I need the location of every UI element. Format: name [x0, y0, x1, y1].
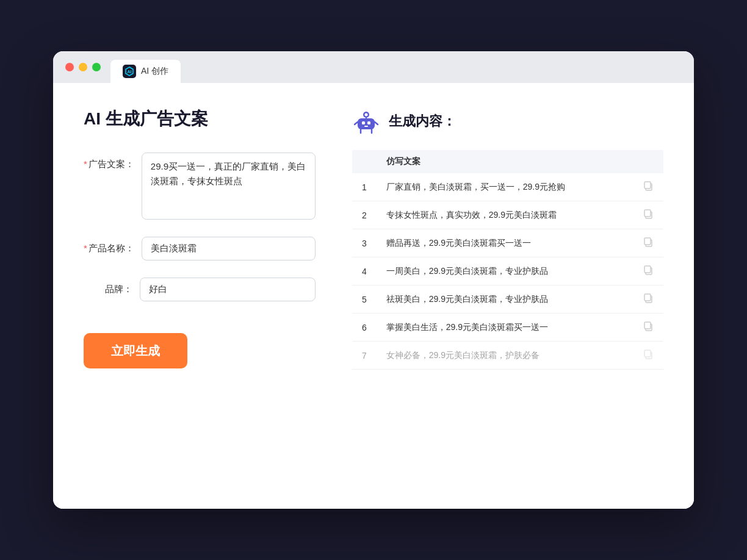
col-action — [625, 150, 663, 173]
row-number: 3 — [352, 229, 377, 257]
col-num — [352, 150, 377, 173]
traffic-lights — [65, 63, 101, 71]
svg-rect-14 — [644, 182, 651, 188]
row-text: 女神必备，29.9元美白淡斑霜，护肤必备 — [377, 342, 626, 370]
close-button[interactable] — [65, 63, 74, 71]
svg-rect-18 — [644, 238, 651, 245]
row-number: 4 — [352, 257, 377, 285]
required-star: * — [84, 159, 87, 169]
copy-button[interactable] — [625, 201, 663, 229]
form-group-ad-copy: *广告文案： 29.9买一送一，真正的厂家直销，美白淡斑霜，专抹女性斑点 — [84, 153, 316, 220]
svg-rect-4 — [362, 121, 365, 124]
result-header: 生成内容： — [352, 107, 663, 135]
generate-button[interactable]: 立即生成 — [84, 333, 187, 368]
svg-text:AI: AI — [128, 70, 132, 74]
form-group-product-name: *产品名称： — [84, 237, 316, 260]
svg-rect-24 — [644, 322, 651, 329]
browser-window: AI AI 创作 AI 生成广告文案 *广告文案： 29.9买一送一，真正的厂家… — [53, 51, 694, 509]
left-panel: AI 生成广告文案 *广告文案： 29.9买一送一，真正的厂家直销，美白淡斑霜，… — [84, 107, 316, 484]
copy-button[interactable] — [625, 229, 663, 257]
form-group-brand: 品牌： — [84, 278, 316, 301]
svg-rect-16 — [644, 210, 651, 217]
row-text: 厂家直销，美白淡斑霜，买一送一，29.9元抢购 — [377, 173, 626, 201]
svg-rect-22 — [644, 294, 651, 301]
tab-icon: AI — [123, 65, 136, 78]
required-star-2: * — [84, 243, 87, 253]
result-table: 仿写文案 1厂家直销，美白淡斑霜，买一送一，29.9元抢购2专抹女性斑点，真实功… — [352, 150, 663, 370]
tab-ai-creation[interactable]: AI AI 创作 — [110, 60, 181, 83]
row-number: 1 — [352, 173, 377, 201]
table-row: 1厂家直销，美白淡斑霜，买一送一，29.9元抢购 — [352, 173, 663, 201]
svg-point-12 — [365, 113, 368, 117]
row-number: 6 — [352, 314, 377, 342]
table-row: 7女神必备，29.9元美白淡斑霜，护肤必备 — [352, 342, 663, 370]
row-text: 一周美白，29.9元美白淡斑霜，专业护肤品 — [377, 257, 626, 285]
content-area: AI 生成广告文案 *广告文案： 29.9买一送一，真正的厂家直销，美白淡斑霜，… — [53, 83, 694, 509]
table-row: 5祛斑美白，29.9元美白淡斑霜，专业护肤品 — [352, 285, 663, 314]
maximize-button[interactable] — [92, 63, 101, 71]
copy-button[interactable] — [625, 285, 663, 314]
copy-button[interactable] — [625, 257, 663, 285]
row-text: 祛斑美白，29.9元美白淡斑霜，专业护肤品 — [377, 285, 626, 314]
copy-button[interactable] — [625, 314, 663, 342]
table-header-row: 仿写文案 — [352, 150, 663, 173]
ad-copy-input[interactable]: 29.9买一送一，真正的厂家直销，美白淡斑霜，专抹女性斑点 — [142, 153, 316, 220]
copy-button[interactable] — [625, 173, 663, 201]
product-name-input[interactable] — [142, 237, 316, 260]
result-title: 生成内容： — [389, 112, 456, 131]
table-row: 4一周美白，29.9元美白淡斑霜，专业护肤品 — [352, 257, 663, 285]
svg-rect-20 — [644, 266, 651, 273]
label-ad-copy: *广告文案： — [84, 153, 134, 170]
page-title: AI 生成广告文案 — [84, 107, 316, 131]
tab-label: AI 创作 — [141, 66, 168, 77]
svg-rect-5 — [367, 121, 370, 124]
titlebar: AI AI 创作 — [53, 51, 694, 83]
table-row: 6掌握美白生活，29.9元美白淡斑霜买一送一 — [352, 314, 663, 342]
row-text: 赠品再送，29.9元美白淡斑霜买一送一 — [377, 229, 626, 257]
minimize-button[interactable] — [79, 63, 87, 71]
row-text: 掌握美白生活，29.9元美白淡斑霜买一送一 — [377, 314, 626, 342]
row-number: 2 — [352, 201, 377, 229]
svg-line-8 — [355, 122, 358, 124]
col-copy: 仿写文案 — [377, 150, 626, 173]
brand-input[interactable] — [140, 278, 316, 301]
svg-rect-26 — [644, 350, 651, 357]
row-text: 专抹女性斑点，真实功效，29.9元美白淡斑霜 — [377, 201, 626, 229]
row-number: 7 — [352, 342, 377, 370]
svg-line-9 — [375, 122, 378, 124]
label-brand: 品牌： — [84, 278, 132, 295]
robot-icon — [352, 107, 380, 135]
right-panel: 生成内容： 仿写文案 1厂家直销，美白淡斑霜，买一送一，29.9元抢购2专抹女性… — [352, 107, 663, 484]
svg-rect-6 — [364, 126, 368, 127]
row-number: 5 — [352, 285, 377, 314]
svg-rect-3 — [358, 118, 375, 129]
table-row: 3赠品再送，29.9元美白淡斑霜买一送一 — [352, 229, 663, 257]
table-row: 2专抹女性斑点，真实功效，29.9元美白淡斑霜 — [352, 201, 663, 229]
label-product-name: *产品名称： — [84, 237, 134, 254]
copy-button[interactable] — [625, 342, 663, 370]
